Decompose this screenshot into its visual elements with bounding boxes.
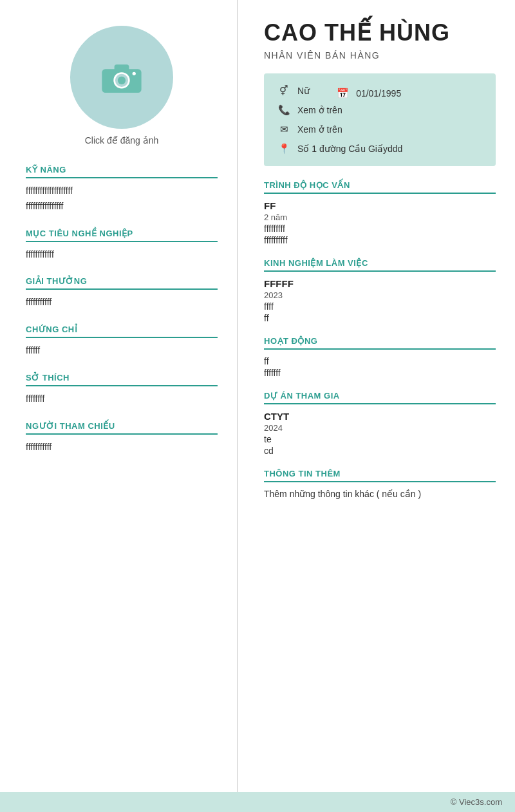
project-company: CTYT [264,411,496,422]
phone-icon: 📞 [277,103,291,117]
dob-value: 01/01/1995 [356,88,401,99]
svg-point-4 [133,72,136,75]
section-title-ky-nang: KỸ NĂNG [26,165,218,178]
phone-row: 📞 Xem ở trên [277,103,483,117]
dob-row: 📅 01/01/1995 [335,84,401,103]
gender-row: ⚥ Nữ [277,84,310,98]
additional-section-title: THÔNG TIN THÊM [264,469,496,482]
photo-upload-circle[interactable] [70,26,173,129]
experience-desc2: ff [264,313,496,323]
calendar-icon: 📅 [335,86,350,100]
experience-desc1: ffff [264,301,496,312]
info-top-row: ⚥ Nữ 📅 01/01/1995 [277,84,483,103]
footer-text: © Viec3s.com [451,797,502,807]
location-icon: 📍 [277,142,291,156]
gender-icon: ⚥ [277,84,291,98]
section-title-giai-thuong: GIẢI THƯỞNG [26,276,218,290]
activity-section-title: HOẠT ĐỘNG [264,336,496,350]
candidate-name: CAO THẾ HÙNG [264,19,496,46]
left-column: Click để đăng ảnh KỸ NĂNGfffffffffffffff… [0,0,238,792]
experience-year: 2023 [264,290,496,300]
project-desc1: te [264,434,496,444]
info-box: ⚥ Nữ 📅 01/01/1995 📞 Xem ở trên ✉ Xem ở t… [264,73,496,166]
phone-value: Xem ở trên [297,105,342,115]
section-content-ky-nang-0: ffffffffffffffffffff [26,184,218,199]
left-sections: KỸ NĂNGfffffffffffffffffffffffffffffffff… [26,165,218,455]
address-value: Số 1 đường Cầu Giấyddd [297,144,402,154]
education-desc1: fffffffff [264,223,496,234]
experience-company: FFFFF [264,278,496,289]
camera-icon [99,58,144,97]
experience-section-title: KINH NGHIỆM LÀM VIỆC [264,258,496,272]
activity-desc1: ff [264,356,496,366]
section-title-nguoi-tham-chieu: NGƯỜI THAM CHIẾU [26,421,218,435]
section-content-so-thich-0: ffffffff [26,392,218,407]
project-year: 2024 [264,423,496,433]
photo-area[interactable]: Click để đăng ảnh [26,19,218,146]
svg-rect-3 [115,64,129,71]
section-content-ky-nang-1: ffffffffffffffff [26,199,218,214]
photo-label: Click để đăng ảnh [85,135,159,146]
section-content-nguoi-tham-chieu-0: fffffffffff [26,440,218,455]
gender-value: Nữ [297,86,310,96]
project-section-title: DỰ ÁN THAM GIA [264,391,496,404]
education-section-title: TRÌNH ĐỘ HỌC VẤN [264,180,496,194]
email-icon: ✉ [277,122,291,137]
section-title-muc-tieu: MỤC TIÊU NGHỀ NGHIỆP [26,229,218,242]
address-row: 📍 Số 1 đường Cầu Giấyddd [277,142,483,156]
section-content-muc-tieu-0: ffffffffffff [26,247,218,263]
email-row: ✉ Xem ở trên [277,122,483,137]
right-column: CAO THẾ HÙNG NHÂN VIÊN BÁN HÀNG ⚥ Nữ 📅 0… [238,0,515,792]
education-company: FF [264,200,496,211]
education-desc2: ffffffffff [264,235,496,245]
candidate-job-title: NHÂN VIÊN BÁN HÀNG [264,50,496,61]
email-value: Xem ở trên [297,124,342,135]
education-years: 2 năm [264,212,496,222]
section-title-chung-chi: CHỨNG CHỈ [26,325,218,338]
svg-point-2 [118,77,126,84]
project-desc2: cd [264,446,496,456]
additional-text: Thêm những thông tin khác ( nếu cần ) [264,489,496,499]
section-title-so-thich: SỞ THÍCH [26,373,218,386]
footer: © Viec3s.com [0,792,515,812]
activity-desc2: fffffff [264,368,496,378]
section-content-chung-chi-0: ffffff [26,343,218,359]
section-content-giai-thuong-0: fffffffffff [26,295,218,310]
